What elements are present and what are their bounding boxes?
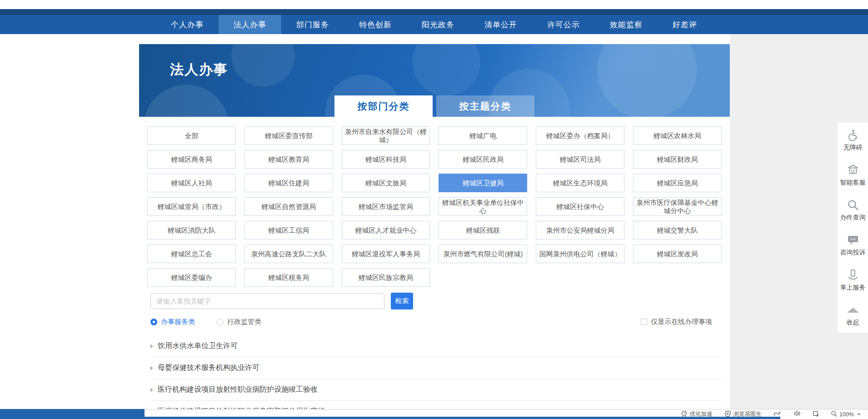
side-tool-label: 办件查询	[840, 214, 866, 222]
main-content: 法人办事 按部门分类按主题分类 全部鲤城区委宣传部泉州市自来水有限公司（鲤城）鲤…	[139, 44, 730, 419]
department-button[interactable]: 鲤城区应急局	[633, 174, 722, 192]
department-button[interactable]: 鲤城区文旅局	[342, 174, 430, 192]
department-button[interactable]: 泉州高速公路支队二大队	[244, 244, 333, 263]
radio-circle[interactable]	[150, 319, 157, 325]
radio-option-1[interactable]: 办事服务类	[150, 318, 195, 326]
department-button[interactable]: 鲤城区退役军人事务局	[342, 244, 430, 263]
department-button[interactable]: 鲤城区科技局	[342, 150, 430, 169]
department-button[interactable]: 泉州市燃气有限公司(鲤城)	[439, 244, 527, 263]
search-button[interactable]: 检索	[391, 293, 413, 309]
nav-item-4[interactable]: 特色创新	[344, 15, 407, 34]
search-icon	[847, 199, 859, 211]
floating-side-toolbar: 无障碍智能客服办件查询咨询投诉掌上服务收起	[838, 123, 868, 333]
zoom-magnifier-icon	[831, 410, 837, 418]
service-list-item[interactable]: 饮用水供水单位卫生许可	[150, 335, 722, 357]
speaker-icon	[793, 410, 801, 418]
search-row: 检索	[150, 293, 722, 309]
side-tool-label: 无障碍	[843, 144, 863, 152]
caret-right-icon	[150, 344, 153, 349]
dropdown-caret-icon	[857, 414, 861, 415]
service-list-item[interactable]: 医疗机构建设项目放射性职业病防护设施竣工验收	[150, 379, 722, 401]
department-button[interactable]: 鲤城区委编办	[147, 268, 236, 287]
side-tool-3[interactable]: 办件查询	[838, 193, 868, 228]
department-button[interactable]: 鲤城交警大队	[633, 221, 722, 239]
window-restore-icon	[813, 410, 819, 418]
department-button[interactable]: 鲤城区总工会	[147, 244, 236, 263]
radio-circle[interactable]	[217, 319, 224, 325]
department-button[interactable]: 鲤城区人社局	[147, 174, 236, 192]
department-button[interactable]: 国网泉州供电公司（鲤城）	[536, 244, 624, 263]
nav-item-7[interactable]: 许可公示	[532, 15, 595, 34]
department-button[interactable]: 鲤城区生态环境局	[536, 174, 624, 192]
side-tool-6[interactable]: 收起	[838, 298, 868, 333]
radio-group: 办事服务类行政监管类	[150, 318, 283, 326]
department-button[interactable]: 鲤城区社保中心	[536, 197, 624, 216]
department-button[interactable]: 泉州市医疗保障基金中心鲤城分中心	[633, 197, 722, 216]
service-list-item[interactable]: 母婴保健技术服务机构执业许可	[150, 357, 722, 379]
department-button[interactable]: 鲤城区发改局	[633, 244, 722, 263]
department-button[interactable]: 鲤城区自然资源局	[244, 197, 333, 216]
department-button[interactable]: 泉州市公安局鲤城分局	[536, 221, 624, 239]
department-button[interactable]: 鲤城区消防大队	[147, 221, 236, 239]
side-tool-label: 智能客服	[840, 179, 866, 187]
department-button[interactable]: 鲤城区人才就业中心	[342, 221, 430, 239]
tab-2[interactable]: 按主题分类	[436, 95, 534, 117]
radio-option-2[interactable]: 行政监管类	[217, 318, 261, 326]
nav-item-8[interactable]: 效能监察	[595, 15, 658, 34]
nav-item-6[interactable]: 清单公开	[469, 15, 532, 34]
online-only-checkbox[interactable]: 仅显示在线办理事项	[641, 318, 712, 326]
department-button[interactable]: 鲤城区委宣传部	[244, 126, 333, 145]
caret-right-icon	[150, 388, 153, 392]
department-button[interactable]: 鲤城区民政局	[439, 150, 527, 169]
side-tool-label: 掌上服务	[840, 284, 866, 292]
radio-label: 行政监管类	[227, 318, 261, 326]
search-input[interactable]	[150, 294, 384, 309]
department-button[interactable]: 鲤城区卫健局	[439, 174, 527, 192]
department-button[interactable]: 鲤城区机关事业单位社保中心	[439, 197, 527, 216]
nav-item-1[interactable]: 个人办事	[156, 15, 219, 34]
department-button[interactable]: 泉州市自来水有限公司（鲤城）	[342, 126, 430, 145]
nav-item-9[interactable]: 好差评	[658, 15, 712, 34]
status-tool-speaker[interactable]	[793, 410, 801, 418]
side-tool-1[interactable]: 无障碍	[838, 123, 868, 158]
side-tool-5[interactable]: 掌上服务	[838, 263, 868, 298]
department-button[interactable]: 鲤城区委办（档案局）	[536, 126, 624, 145]
service-item-label: 医疗机构建设项目放射性职业病防护设施竣工验收	[158, 385, 318, 394]
collapse-icon	[847, 304, 859, 316]
main-navigation: 个人办事法人办事部门服务特色创新阳光政务清单公开许可公示效能监察好差评	[0, 15, 868, 34]
department-button[interactable]: 鲤城区残联	[439, 221, 527, 239]
wheelchair-icon	[847, 129, 859, 141]
nav-item-5[interactable]: 阳光政务	[407, 15, 469, 34]
nav-item-3[interactable]: 部门服务	[281, 15, 344, 34]
department-button[interactable]: 全部	[147, 126, 236, 145]
nav-top-edge	[0, 9, 868, 15]
page-title: 法人办事	[170, 60, 228, 79]
robot-icon	[847, 164, 859, 176]
department-button[interactable]: 鲤城区财政局	[633, 150, 722, 169]
nav-item-2[interactable]: 法人办事	[219, 15, 281, 34]
status-tool-zoom-magnifier[interactable]: 100%	[831, 410, 861, 418]
department-button[interactable]: 鲤城区住建局	[244, 174, 333, 192]
tab-1[interactable]: 按部门分类	[334, 95, 433, 117]
department-button[interactable]: 鲤城广电	[439, 126, 527, 145]
service-item-label: 饮用水供水单位卫生许可	[158, 341, 238, 351]
checkbox-label: 仅显示在线办理事项	[651, 318, 712, 326]
department-button[interactable]: 鲤城区司法局	[536, 150, 624, 169]
filter-row: 办事服务类行政监管类 仅显示在线办理事项	[150, 318, 722, 325]
department-button[interactable]: 鲤城区市场监管局	[342, 197, 430, 216]
department-grid: 全部鲤城区委宣传部泉州市自来水有限公司（鲤城）鲤城广电鲤城区委办（档案局）鲤城区…	[139, 126, 730, 287]
department-button[interactable]: 鲤城区民族宗教局	[342, 268, 430, 287]
side-tool-label: 收起	[847, 319, 859, 327]
side-tool-2[interactable]: 智能客服	[838, 158, 868, 193]
status-tool-window-restore[interactable]	[813, 410, 819, 418]
mobile-service-icon	[847, 269, 859, 281]
department-button[interactable]: 鲤城区教育局	[244, 150, 333, 169]
department-button[interactable]: 鲤城区城管局（市政）	[147, 197, 236, 216]
department-button[interactable]: 鲤城区商务局	[147, 150, 236, 169]
department-button[interactable]: 鲤城区工信局	[244, 221, 333, 239]
department-button[interactable]: 鲤城区税务局	[244, 268, 333, 287]
side-tool-4[interactable]: 咨询投诉	[838, 228, 868, 263]
department-button[interactable]: 鲤城区农林水局	[633, 126, 722, 145]
service-list: 饮用水供水单位卫生许可母婴保健技术服务机构执业许可医疗机构建设项目放射性职业病防…	[150, 335, 722, 419]
checkbox-box[interactable]	[641, 319, 647, 325]
